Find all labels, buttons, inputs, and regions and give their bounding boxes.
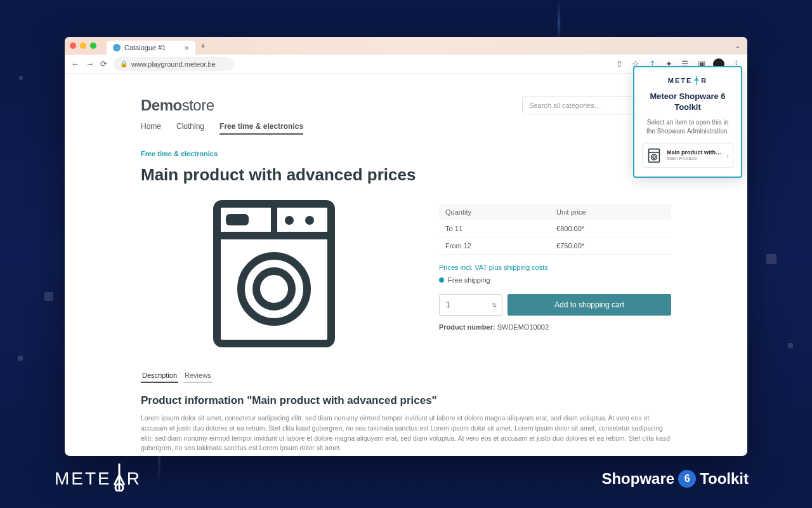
free-shipping-badge: Free shipping — [439, 276, 671, 284]
back-button[interactable]: ← — [71, 59, 79, 69]
product-title: Main product with advanced prices — [141, 165, 671, 185]
close-window-icon[interactable] — [70, 43, 76, 49]
tab-title: Catalogue #1 — [124, 44, 166, 51]
washing-machine-icon — [646, 148, 662, 163]
svg-point-6 — [241, 256, 307, 322]
shopware-badge-icon: 6 — [678, 470, 696, 488]
price-col-qty: Quantity — [439, 204, 550, 220]
minimize-window-icon[interactable] — [80, 43, 86, 49]
tab-dropdown-icon[interactable]: ⌄ — [735, 41, 741, 50]
product-image — [141, 197, 407, 350]
url-text: www.playground.meteor.be — [131, 60, 216, 68]
maximize-window-icon[interactable] — [90, 43, 96, 49]
lock-icon: 🔒 — [120, 60, 128, 67]
store-logo[interactable]: Demostore — [141, 97, 214, 114]
forward-button[interactable]: → — [86, 59, 94, 69]
product-tabs: Description Reviews — [141, 369, 671, 383]
vat-link[interactable]: Prices incl. VAT plus shipping costs — [439, 264, 671, 271]
meteor-glyph-icon — [110, 464, 128, 491]
window-controls — [70, 43, 96, 49]
price-col-unit: Unit price — [550, 204, 671, 220]
svg-point-10 — [652, 154, 657, 160]
nav-clothing[interactable]: Clothing — [176, 122, 204, 135]
svg-point-11 — [653, 156, 655, 158]
footer-meteor-logo: METE R — [55, 464, 141, 489]
svg-rect-2 — [226, 214, 249, 225]
ext-product-item[interactable]: Main product with a… Main Product › — [642, 144, 733, 168]
tab-strip: Catalogue #1 × + ⌄ — [65, 37, 747, 55]
new-tab-button[interactable]: + — [200, 41, 206, 51]
main-nav: Home Clothing Free time & electronics — [141, 122, 671, 135]
tab-favicon-icon — [113, 44, 121, 51]
table-row: From 12 €750.00* — [439, 237, 671, 255]
reload-button[interactable]: ⟳ — [100, 59, 107, 69]
washing-machine-icon — [211, 197, 337, 350]
tab-description[interactable]: Description — [141, 369, 178, 383]
product-description-text: Lorem ipsum dolor sit amet, consetetur s… — [141, 413, 671, 453]
breadcrumb[interactable]: Free time & electronics — [141, 150, 671, 157]
price-table: Quantity Unit price To 11 €800.00* From … — [439, 204, 671, 255]
share-icon[interactable]: ⇧ — [614, 59, 624, 69]
footer-shopware-toolkit: Shopware 6 Toolkit — [601, 470, 749, 488]
browser-tab[interactable]: Catalogue #1 × — [107, 41, 195, 55]
tab-close-icon[interactable]: × — [184, 43, 189, 53]
tab-reviews[interactable]: Reviews — [183, 369, 213, 383]
chevron-right-icon: › — [726, 152, 729, 159]
svg-point-4 — [285, 216, 294, 225]
quantity-select[interactable]: 1 — [439, 294, 502, 316]
nav-home[interactable]: Home — [141, 122, 161, 135]
meteor-logo-icon — [693, 76, 700, 85]
nav-freetime[interactable]: Free time & electronics — [219, 122, 303, 135]
svg-point-7 — [256, 271, 292, 307]
ext-logo: METE R — [642, 76, 733, 85]
info-heading: Product information "Main product with a… — [141, 394, 671, 407]
ext-item-title: Main product with a… — [667, 149, 721, 156]
table-row: To 11 €800.00* — [439, 220, 671, 237]
ext-title: Meteor Shopware 6 Toolkit — [642, 91, 733, 113]
product-number: Product number: SWDEMO10002 — [439, 323, 671, 331]
search-placeholder: Search all categories… — [529, 102, 601, 109]
svg-point-5 — [305, 216, 314, 225]
extension-popup: METE R Meteor Shopware 6 Toolkit Select … — [633, 66, 742, 178]
ext-item-subtitle: Main Product — [667, 156, 721, 162]
address-bar[interactable]: 🔒 www.playground.meteor.be — [114, 57, 234, 71]
add-to-cart-button[interactable]: Add to shopping cart — [508, 294, 671, 316]
ext-subtitle: Select an item to open this in the Shopw… — [642, 118, 733, 136]
